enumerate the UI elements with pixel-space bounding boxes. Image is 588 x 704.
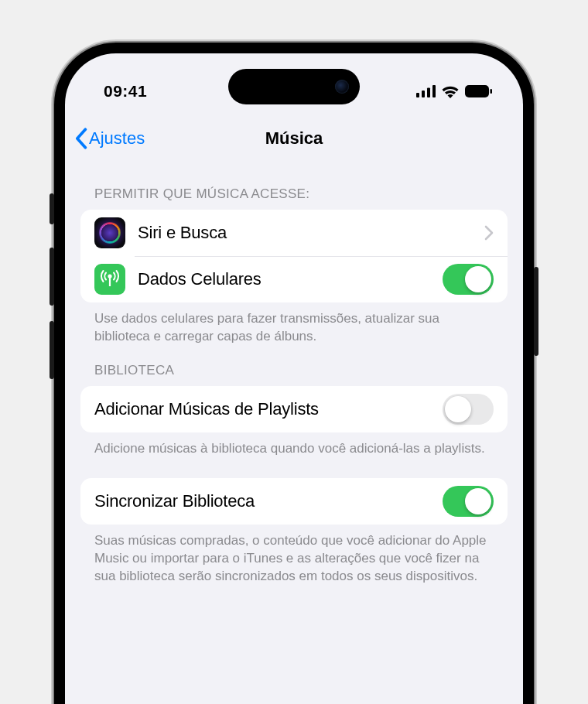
cellular-label: Dados Celulares [138,269,430,289]
section-header-library: BIBLIOTECA [80,346,508,386]
row-siri-search[interactable]: Siri e Busca [80,210,508,256]
navigation-bar: Ajustes Música [65,115,523,162]
row-cellular-data: Dados Celulares [80,256,508,302]
add-playlist-footer: Adicione músicas à biblioteca quando voc… [80,432,508,458]
svg-rect-5 [491,89,493,94]
siri-label: Siri e Busca [138,223,472,243]
section-header-access: PERMITIR QUE MÚSICA ACESSE: [80,169,508,210]
svg-rect-0 [416,93,419,97]
screen: 09:41 [65,53,523,704]
chevron-right-icon [484,225,494,241]
toggle-knob [465,488,491,514]
add-playlist-label: Adicionar Músicas de Playlists [94,399,430,419]
sync-library-toggle[interactable] [443,486,494,517]
library-group-1: Adicionar Músicas de Playlists [80,386,508,432]
row-add-playlist-songs: Adicionar Músicas de Playlists [80,386,508,432]
siri-icon [94,217,125,248]
library-group-2: Sincronizar Biblioteca [80,478,508,525]
access-group: Siri e Busca [80,210,508,302]
wifi-icon [441,85,460,98]
battery-icon [465,85,492,97]
back-button[interactable]: Ajustes [74,128,145,149]
row-sync-library: Sincronizar Biblioteca [80,478,508,525]
svg-rect-4 [465,85,489,97]
svg-rect-7 [109,277,111,286]
dynamic-island [228,69,360,104]
volume-down-button [50,321,54,379]
settings-content[interactable]: PERMITIR QUE MÚSICA ACESSE: Siri e Busca [65,169,523,704]
power-button [534,267,538,356]
svg-rect-1 [422,91,425,97]
front-camera [335,80,349,94]
cellular-data-toggle[interactable] [443,264,494,295]
page-title: Música [265,128,323,149]
svg-rect-2 [427,88,430,98]
back-label: Ajustes [89,128,145,149]
cellular-signal-icon [416,85,436,97]
access-footer: Use dados celulares para fazer transmiss… [80,302,508,346]
sync-library-label: Sincronizar Biblioteca [94,491,430,511]
svg-rect-3 [432,85,436,97]
toggle-knob [465,266,491,292]
volume-up-button [50,248,54,306]
side-button [50,193,54,224]
phone-frame: 09:41 [54,43,534,704]
cellular-data-icon [94,264,125,295]
add-playlist-toggle[interactable] [443,394,494,425]
antenna-icon [99,268,121,290]
toggle-knob [445,396,471,422]
sync-library-footer: Suas músicas compradas, o conteúdo que v… [80,525,508,586]
chevron-left-icon [74,128,87,149]
